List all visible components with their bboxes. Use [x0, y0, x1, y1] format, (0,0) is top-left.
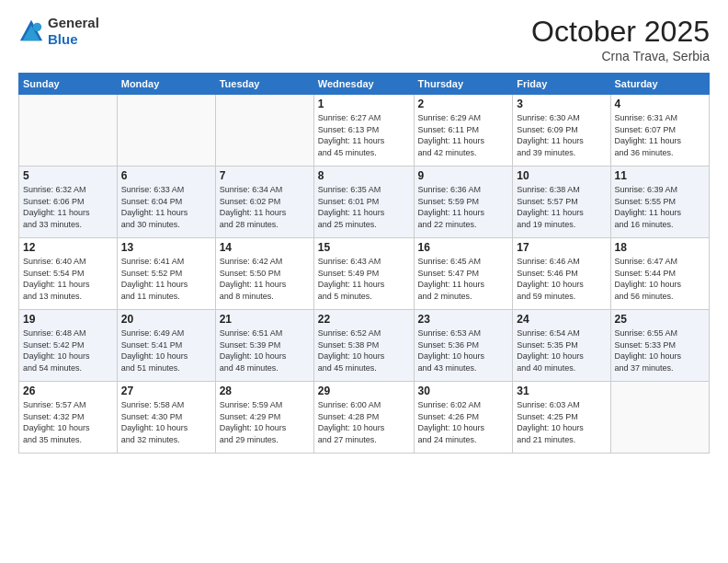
- day-number: 15: [318, 241, 410, 254]
- day-info: Sunrise: 6:43 AM Sunset: 5:49 PM Dayligh…: [318, 256, 410, 302]
- logo-text: GeneralBlue: [48, 15, 99, 48]
- day-info: Sunrise: 6:35 AM Sunset: 6:01 PM Dayligh…: [318, 184, 410, 230]
- day-number: 26: [23, 385, 113, 397]
- table-row: 31Sunrise: 6:03 AM Sunset: 4:25 PM Dayli…: [513, 382, 610, 454]
- logo: GeneralBlue: [18, 15, 99, 48]
- table-row: 14Sunrise: 6:42 AM Sunset: 5:50 PM Dayli…: [215, 238, 313, 310]
- table-row: 21Sunrise: 6:51 AM Sunset: 5:39 PM Dayli…: [215, 310, 313, 382]
- day-number: 29: [318, 385, 410, 397]
- table-row: 17Sunrise: 6:46 AM Sunset: 5:46 PM Dayli…: [513, 238, 610, 310]
- location-subtitle: Crna Trava, Serbia: [531, 49, 710, 63]
- day-info: Sunrise: 6:48 AM Sunset: 5:42 PM Dayligh…: [23, 327, 113, 373]
- table-row: 4Sunrise: 6:31 AM Sunset: 6:07 PM Daylig…: [610, 95, 709, 167]
- day-number: 31: [517, 385, 606, 397]
- col-thursday: Thursday: [414, 74, 513, 95]
- table-row: 7Sunrise: 6:34 AM Sunset: 6:02 PM Daylig…: [215, 167, 313, 238]
- day-info: Sunrise: 6:54 AM Sunset: 5:35 PM Dayligh…: [517, 327, 606, 373]
- day-info: Sunrise: 6:45 AM Sunset: 5:47 PM Dayligh…: [418, 256, 509, 302]
- table-row: 10Sunrise: 6:38 AM Sunset: 5:57 PM Dayli…: [513, 167, 610, 238]
- day-number: 21: [220, 313, 310, 326]
- table-row: 23Sunrise: 6:53 AM Sunset: 5:36 PM Dayli…: [414, 310, 513, 382]
- day-info: Sunrise: 6:52 AM Sunset: 5:38 PM Dayligh…: [318, 327, 410, 373]
- day-number: 27: [121, 385, 211, 397]
- table-row: 28Sunrise: 5:59 AM Sunset: 4:29 PM Dayli…: [215, 382, 313, 454]
- col-wednesday: Wednesday: [313, 74, 414, 95]
- svg-point-2: [33, 23, 41, 31]
- table-row: 6Sunrise: 6:33 AM Sunset: 6:04 PM Daylig…: [117, 167, 215, 238]
- day-info: Sunrise: 6:39 AM Sunset: 5:55 PM Dayligh…: [615, 184, 705, 230]
- day-info: Sunrise: 6:41 AM Sunset: 5:52 PM Dayligh…: [121, 256, 211, 302]
- day-info: Sunrise: 6:03 AM Sunset: 4:25 PM Dayligh…: [517, 399, 606, 445]
- table-row: 8Sunrise: 6:35 AM Sunset: 6:01 PM Daylig…: [313, 167, 414, 238]
- day-number: 2: [418, 98, 509, 110]
- month-title: October 2025: [531, 15, 710, 49]
- table-row: 11Sunrise: 6:39 AM Sunset: 5:55 PM Dayli…: [610, 167, 709, 238]
- day-number: 19: [23, 313, 113, 326]
- page-header: GeneralBlue October 2025 Crna Trava, Ser…: [18, 15, 710, 63]
- table-row: 30Sunrise: 6:02 AM Sunset: 4:26 PM Dayli…: [414, 382, 513, 454]
- day-number: 5: [23, 169, 113, 182]
- table-row: 3Sunrise: 6:30 AM Sunset: 6:09 PM Daylig…: [513, 95, 610, 167]
- col-tuesday: Tuesday: [215, 74, 313, 95]
- day-number: 22: [318, 313, 410, 326]
- calendar-week-row: 5Sunrise: 6:32 AM Sunset: 6:06 PM Daylig…: [19, 167, 710, 238]
- day-info: Sunrise: 6:49 AM Sunset: 5:41 PM Dayligh…: [121, 327, 211, 373]
- day-number: 3: [517, 98, 606, 110]
- day-info: Sunrise: 6:30 AM Sunset: 6:09 PM Dayligh…: [517, 112, 606, 158]
- day-number: 23: [418, 313, 509, 326]
- day-info: Sunrise: 6:32 AM Sunset: 6:06 PM Dayligh…: [23, 184, 113, 230]
- day-number: 24: [517, 313, 606, 326]
- day-info: Sunrise: 5:58 AM Sunset: 4:30 PM Dayligh…: [121, 399, 211, 445]
- day-info: Sunrise: 6:31 AM Sunset: 6:07 PM Dayligh…: [615, 112, 705, 158]
- calendar-header-row: Sunday Monday Tuesday Wednesday Thursday…: [19, 74, 710, 95]
- logo-blue: Blue: [48, 31, 78, 47]
- table-row: 15Sunrise: 6:43 AM Sunset: 5:49 PM Dayli…: [313, 238, 414, 310]
- col-friday: Friday: [513, 74, 610, 95]
- day-number: 1: [318, 98, 410, 110]
- day-info: Sunrise: 6:46 AM Sunset: 5:46 PM Dayligh…: [517, 256, 606, 302]
- day-number: 30: [418, 385, 509, 397]
- table-row: 26Sunrise: 5:57 AM Sunset: 4:32 PM Dayli…: [19, 382, 118, 454]
- day-info: Sunrise: 6:27 AM Sunset: 6:13 PM Dayligh…: [318, 112, 410, 158]
- calendar-page: GeneralBlue October 2025 Crna Trava, Ser…: [0, 0, 728, 563]
- day-number: 6: [121, 169, 211, 182]
- table-row: [19, 95, 118, 167]
- table-row: 16Sunrise: 6:45 AM Sunset: 5:47 PM Dayli…: [414, 238, 513, 310]
- day-info: Sunrise: 6:47 AM Sunset: 5:44 PM Dayligh…: [615, 256, 705, 302]
- calendar-week-row: 12Sunrise: 6:40 AM Sunset: 5:54 PM Dayli…: [19, 238, 710, 310]
- day-number: 25: [615, 313, 705, 326]
- day-number: 7: [220, 169, 310, 182]
- table-row: 24Sunrise: 6:54 AM Sunset: 5:35 PM Dayli…: [513, 310, 610, 382]
- day-info: Sunrise: 6:34 AM Sunset: 6:02 PM Dayligh…: [220, 184, 310, 230]
- day-info: Sunrise: 6:36 AM Sunset: 5:59 PM Dayligh…: [418, 184, 509, 230]
- table-row: 27Sunrise: 5:58 AM Sunset: 4:30 PM Dayli…: [117, 382, 215, 454]
- calendar-table: Sunday Monday Tuesday Wednesday Thursday…: [18, 73, 710, 454]
- table-row: [117, 95, 215, 167]
- logo-general: General: [48, 15, 99, 30]
- table-row: 2Sunrise: 6:29 AM Sunset: 6:11 PM Daylig…: [414, 95, 513, 167]
- day-number: 12: [23, 241, 113, 254]
- day-number: 4: [615, 98, 705, 110]
- day-info: Sunrise: 6:38 AM Sunset: 5:57 PM Dayligh…: [517, 184, 606, 230]
- col-monday: Monday: [117, 74, 215, 95]
- table-row: 9Sunrise: 6:36 AM Sunset: 5:59 PM Daylig…: [414, 167, 513, 238]
- logo-icon: [18, 18, 44, 44]
- day-number: 14: [220, 241, 310, 254]
- day-info: Sunrise: 6:29 AM Sunset: 6:11 PM Dayligh…: [418, 112, 509, 158]
- day-info: Sunrise: 5:57 AM Sunset: 4:32 PM Dayligh…: [23, 399, 113, 445]
- col-saturday: Saturday: [610, 74, 709, 95]
- table-row: 5Sunrise: 6:32 AM Sunset: 6:06 PM Daylig…: [19, 167, 118, 238]
- day-number: 16: [418, 241, 509, 254]
- table-row: 25Sunrise: 6:55 AM Sunset: 5:33 PM Dayli…: [610, 310, 709, 382]
- day-number: 20: [121, 313, 211, 326]
- table-row: 22Sunrise: 6:52 AM Sunset: 5:38 PM Dayli…: [313, 310, 414, 382]
- day-number: 18: [615, 241, 705, 254]
- day-info: Sunrise: 6:51 AM Sunset: 5:39 PM Dayligh…: [220, 327, 310, 373]
- day-info: Sunrise: 5:59 AM Sunset: 4:29 PM Dayligh…: [220, 399, 310, 445]
- day-number: 9: [418, 169, 509, 182]
- col-sunday: Sunday: [19, 74, 118, 95]
- table-row: 12Sunrise: 6:40 AM Sunset: 5:54 PM Dayli…: [19, 238, 118, 310]
- day-info: Sunrise: 6:42 AM Sunset: 5:50 PM Dayligh…: [220, 256, 310, 302]
- table-row: 1Sunrise: 6:27 AM Sunset: 6:13 PM Daylig…: [313, 95, 414, 167]
- day-info: Sunrise: 6:40 AM Sunset: 5:54 PM Dayligh…: [23, 256, 113, 302]
